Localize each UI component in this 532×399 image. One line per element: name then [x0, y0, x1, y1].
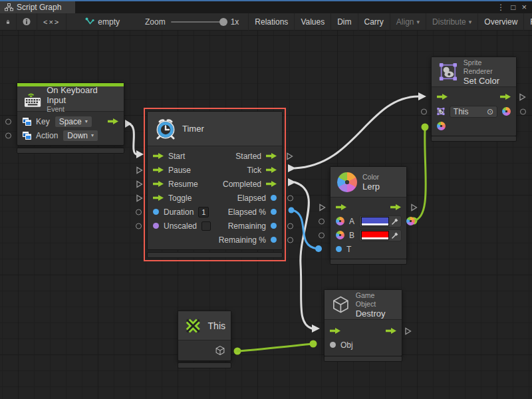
port-label: Remaining [228, 221, 266, 231]
dim-button[interactable]: Dim [331, 13, 358, 31]
flow-out-port[interactable] [266, 152, 277, 160]
node-color-lerp[interactable]: Color Lerp A [330, 166, 407, 259]
lock-button[interactable] [0, 13, 17, 31]
color-b-swatch[interactable] [361, 231, 389, 240]
port-started-outer[interactable] [286, 152, 293, 160]
color-a-field[interactable] [359, 215, 402, 227]
node-footer [431, 136, 517, 142]
node-body: This ⊙ [432, 87, 516, 136]
flow-in-port[interactable] [336, 203, 346, 211]
wire-tick-to-setcolor[interactable] [295, 96, 418, 168]
port-elapsed-outer[interactable] [287, 195, 293, 201]
sprite-port-icon[interactable] [437, 107, 445, 116]
this-target-field[interactable]: This ⊙ [450, 106, 497, 118]
eyedropper-icon[interactable] [390, 231, 400, 240]
wire-this-to-destroy-obj[interactable] [237, 344, 313, 351]
port-flow-in-outer[interactable] [319, 203, 326, 211]
window-maximize-icon[interactable]: □ [511, 3, 515, 11]
graph-selector[interactable]: empty [85, 17, 120, 27]
port-action-outer[interactable] [5, 132, 11, 138]
object-picker-icon[interactable]: ⊙ [487, 107, 493, 116]
info-button[interactable] [17, 13, 37, 31]
fullscreen-button[interactable]: Full Screen [524, 13, 532, 31]
zoom-slider-handle[interactable] [219, 18, 227, 26]
port-target-outer[interactable] [421, 108, 427, 114]
port-toggle-outer[interactable] [136, 194, 143, 202]
flow-out-port[interactable] [390, 203, 401, 211]
flow-out-port[interactable] [386, 327, 396, 334]
code-view-button[interactable]: <×> [37, 13, 66, 31]
window-menu-icon[interactable]: ⋮ [497, 3, 505, 11]
window-close-icon[interactable]: × [521, 3, 527, 11]
wire-completed-to-destroy[interactable] [295, 182, 312, 329]
port-flow-out-outer[interactable] [404, 327, 412, 335]
value-out-port[interactable] [271, 209, 277, 215]
eyedropper-icon[interactable] [390, 217, 400, 226]
node-set-color[interactable]: Sprite Renderer Set Color [431, 57, 517, 136]
port-remaining-pct-outer[interactable] [287, 237, 293, 243]
flow-out-port[interactable] [108, 118, 118, 125]
key-label: Key [36, 117, 50, 126]
node-destroy[interactable]: Game Object Destroy Obj [324, 289, 402, 356]
port-b-outer[interactable] [319, 232, 325, 238]
flow-out-port[interactable] [266, 180, 277, 188]
game-object-out-port[interactable] [215, 345, 225, 356]
flow-out-port[interactable] [500, 93, 511, 100]
value-in-port[interactable] [153, 223, 159, 229]
color-out-port[interactable] [406, 217, 415, 225]
wire-arrowhead-setcolor-flow [418, 92, 426, 100]
color-b-field[interactable] [359, 229, 402, 241]
carry-button[interactable]: Carry [358, 13, 390, 31]
flow-in-port[interactable] [330, 327, 340, 334]
unscaled-checkbox[interactable] [201, 221, 211, 231]
node-this[interactable]: This [178, 311, 231, 361]
tab-script-graph[interactable]: Script Graph [0, 1, 75, 13]
port-unscaled-outer[interactable] [136, 223, 142, 229]
port-flow-out-outer[interactable] [410, 203, 418, 211]
color-port-icon[interactable] [336, 231, 344, 239]
flow-in-port[interactable] [437, 93, 448, 100]
color-a-swatch[interactable] [361, 217, 389, 226]
port-pause-outer[interactable] [136, 166, 143, 174]
action-dropdown[interactable]: Down▾ [63, 130, 98, 142]
value-in-port[interactable] [153, 209, 159, 215]
value-out-port[interactable] [271, 223, 277, 229]
port-remaining-outer[interactable] [287, 223, 293, 229]
flow-in-port[interactable] [153, 152, 164, 160]
port-key-outer[interactable] [5, 118, 11, 124]
node-category: Color [362, 173, 380, 182]
key-dropdown[interactable]: Space▾ [55, 116, 92, 128]
graph-canvas[interactable]: On Keyboard Input Event Key Space▾ [0, 31, 532, 399]
action-label: Action [36, 131, 58, 140]
port-row: Start Started [148, 149, 282, 163]
value-in-port[interactable] [330, 342, 336, 348]
flow-in-port[interactable] [153, 180, 164, 188]
port-resume-outer[interactable] [136, 180, 143, 188]
node-timer[interactable]: Timer Start Started Pause Tick [147, 111, 283, 250]
node-on-keyboard-input[interactable]: On Keyboard Input Event Key Space▾ [17, 82, 124, 146]
flow-in-port[interactable] [153, 166, 164, 174]
align-button[interactable]: Align▾ [390, 13, 426, 31]
port-flow-out-outer[interactable] [519, 93, 526, 101]
wire-keyboard-to-timer-start[interactable] [128, 124, 136, 154]
color-port-icon[interactable] [336, 217, 344, 225]
values-button[interactable]: Values [295, 13, 331, 31]
value-in-port[interactable] [336, 246, 342, 252]
value-out-port[interactable] [271, 237, 277, 243]
duration-input[interactable]: 1 [198, 207, 209, 217]
port-out-outer[interactable] [520, 108, 526, 114]
zoom-slider-track[interactable] [171, 21, 225, 23]
port-duration-outer[interactable] [136, 209, 142, 215]
relations-button[interactable]: Relations [249, 13, 295, 31]
color-out-port[interactable] [502, 107, 511, 116]
color-in-port[interactable] [437, 122, 446, 130]
graph-toolbar: <×> empty Zoom 1x Relations Values Dim C… [0, 13, 532, 31]
flow-out-port[interactable] [266, 166, 277, 174]
overview-button[interactable]: Overview [478, 13, 524, 31]
flow-in-port[interactable] [153, 194, 164, 201]
node-header: This [178, 311, 231, 340]
hierarchy-icon [5, 3, 13, 11]
port-a-outer[interactable] [319, 218, 325, 224]
value-out-port[interactable] [271, 195, 277, 201]
distribute-button[interactable]: Distribute▾ [426, 13, 478, 31]
